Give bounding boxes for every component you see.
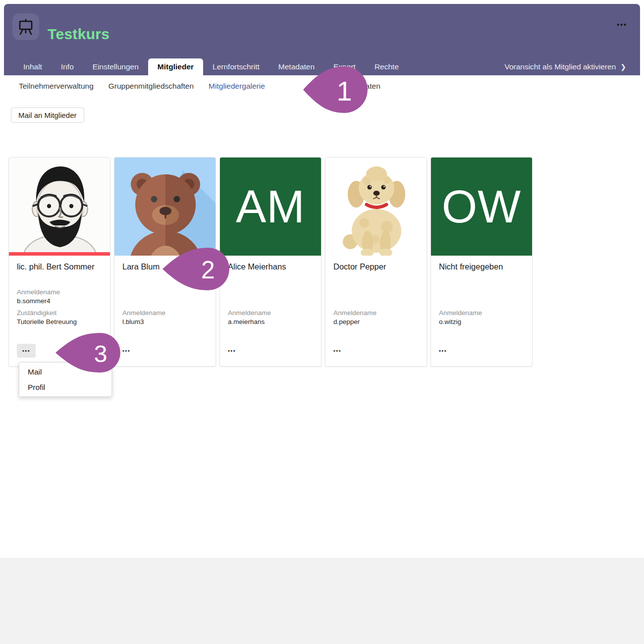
members-subnav: Teilnehmerverwaltung Gruppenmitgliedscha… [19,80,380,93]
member-fields: Anmeldename l.blum3 [122,305,208,325]
member-card-grid: lic. phil. Bert Sommer Anmeldename b.som… [8,157,533,367]
member-fields: Anmeldename o.witzig [439,305,524,325]
login-label: Anmeldename [228,309,313,317]
login-value: o.witzig [439,318,524,325]
tab-lernfortschritt[interactable]: Lernfortschritt [203,58,269,75]
tab-mitglieder[interactable]: Mitglieder [148,58,203,75]
easel-icon [17,18,35,36]
preview-as-member-action[interactable]: Voransicht als Mitglied aktivieren ❯ [504,58,640,75]
member-avatar-bear [114,158,215,256]
member-name: Doctor Pepper [333,262,419,271]
member-card-alice-meierhans: AM Alice Meierhans Anmeldename a.meierha… [219,157,322,367]
login-label: Anmeldename [17,288,102,296]
login-label: Anmeldename [333,309,419,317]
member-fields: Anmeldename a.meierhans [228,305,313,325]
member-card-bert-sommer: lic. phil. Bert Sommer Anmeldename b.som… [8,157,110,367]
menu-item-mail[interactable]: Mail [19,364,111,379]
member-card-lara-blum: Lara Blum Anmeldename l.blum3 ••• [114,157,216,367]
login-label: Anmeldename [439,309,524,317]
ellipsis-icon: ••• [122,348,130,354]
mail-to-members-button[interactable]: Mail an Mitglieder [11,107,84,123]
menu-item-profil[interactable]: Profil [19,379,111,395]
login-value: d.pepper [333,318,419,325]
member-card-nicht-freigegeben: OW Nicht freigegeben Anmeldename o.witzi… [430,157,533,367]
initials-text: OW [442,181,521,233]
course-icon-tile [12,13,39,40]
footer-band [0,558,644,644]
member-name: Alice Meierhans [228,262,313,271]
member-more-button[interactable]: ••• [333,344,341,358]
member-avatar-initials: AM [220,158,321,256]
ellipsis-icon: ••• [439,348,447,354]
header-more-icon[interactable]: ••• [617,21,627,29]
login-label: Anmeldename [122,309,208,317]
member-avatar-initials: OW [431,158,532,256]
preview-as-member-label: Voransicht als Mitglied aktivieren [504,62,616,71]
member-more-button[interactable]: ••• [17,344,36,358]
subnav-mitgliedergalerie[interactable]: Mitgliedergalerie [209,82,265,91]
course-tab-bar: Inhalt Info Einstellungen Mitglieder Ler… [4,58,640,75]
role-value: Tutorielle Betreuung [17,318,102,325]
member-name: Lara Blum [122,262,208,271]
login-value: b.sommer4 [17,297,102,305]
member-name: lic. phil. Bert Sommer [17,262,102,271]
ellipsis-icon: ••• [22,348,30,354]
member-context-menu: Mail Profil [19,362,112,397]
tab-metadaten[interactable]: Metadaten [269,58,324,75]
member-fields: Anmeldename b.sommer4 Zuständigkeit Tuto… [17,284,102,325]
member-more-button[interactable]: ••• [228,344,236,358]
member-fields: Anmeldename d.pepper [333,305,419,325]
subnav-gruppenmitgliedschaften[interactable]: Gruppenmitgliedschaften [108,82,194,91]
member-more-button[interactable]: ••• [122,344,130,358]
ellipsis-icon: ••• [333,348,341,354]
role-underline [9,252,110,256]
login-value: a.meierhans [228,318,313,325]
login-value: l.blum3 [122,318,208,325]
ellipsis-icon: ••• [228,348,236,354]
subnav-teilnehmerverwaltung[interactable]: Teilnehmerverwaltung [19,82,94,91]
member-gallery-page: Testkurs ••• Inhalt Info Einstellungen M… [0,0,644,644]
member-card-doctor-pepper: Doctor Pepper Anmeldename d.pepper ••• [325,157,427,367]
subnav-teilnehmendendaten[interactable]: Teilnehmendendaten [309,82,380,91]
member-avatar-poodle [325,158,427,256]
tab-inhalt[interactable]: Inhalt [14,58,52,75]
tab-einstellungen[interactable]: Einstellungen [83,58,148,75]
member-name: Nicht freigegeben [439,262,524,271]
course-header: Testkurs ••• Inhalt Info Einstellungen M… [4,4,640,75]
tab-rechte[interactable]: Rechte [365,58,408,75]
tab-info[interactable]: Info [52,58,83,75]
member-more-button[interactable]: ••• [439,344,447,358]
member-portrait-sketch [9,158,110,256]
chevron-right-icon: ❯ [620,63,626,71]
initials-text: AM [236,181,305,233]
role-label: Zuständigkeit [17,309,102,317]
course-title: Testkurs [48,26,109,43]
tab-export[interactable]: Export [324,58,365,75]
